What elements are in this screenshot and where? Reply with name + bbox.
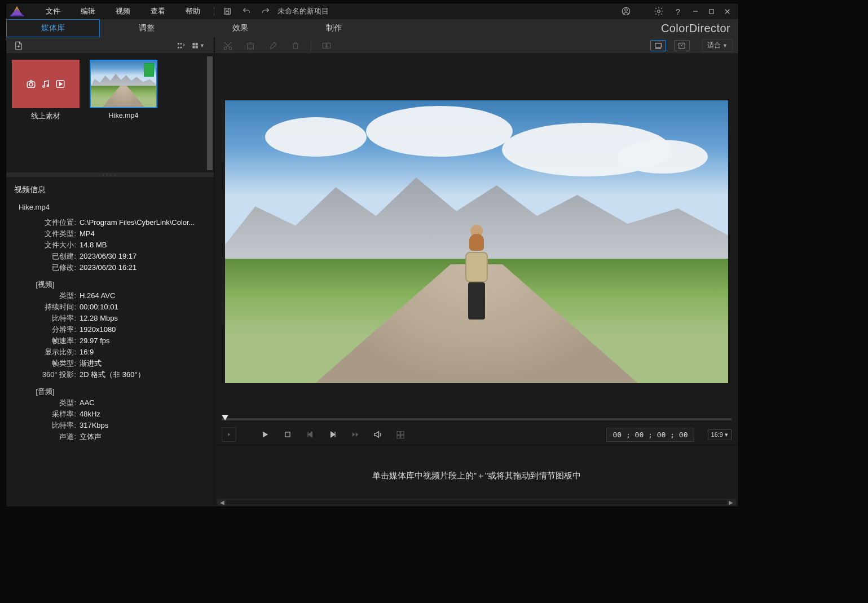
app-logo-icon [10,5,24,17]
info-row: 类型:H.264 AVC [14,290,206,302]
window-minimize-button[interactable] [688,5,703,17]
save-icon[interactable] [221,5,233,17]
compare-icon[interactable] [319,39,334,52]
playback-controls: 00 ; 00 ; 00 ; 00 16:9 ▾ [215,424,738,445]
clip-thumb [90,60,157,108]
window-close-button[interactable] [719,5,735,17]
info-label: 文件位置: [14,218,80,228]
seek-handle[interactable] [222,415,228,420]
clip-format-badge-icon [144,63,154,77]
storyboard-scrollbar[interactable]: ◀ ▶ [217,499,736,506]
svg-rect-30 [397,435,400,438]
info-label: 声道: [14,432,80,442]
svg-rect-29 [401,432,404,434]
library-item-label: Hike.mp4 [109,112,139,119]
svg-rect-12 [192,46,195,48]
info-row: 比特率:317Kbps [14,420,206,431]
timecode-display[interactable]: 00 ; 00 ; 00 ; 00 [606,428,694,442]
volume-icon[interactable] [371,427,385,442]
settings-icon[interactable] [653,5,665,17]
scroll-left-icon[interactable]: ◀ [218,499,226,506]
svg-point-17 [47,85,49,87]
library-grid[interactable]: 线上素材 Hike.mp4 [6,54,214,172]
menu-help[interactable]: 帮助 [175,6,210,16]
brush-icon[interactable] [266,39,280,52]
library-scrollbar[interactable] [207,56,213,170]
info-label: 分辨率: [14,325,80,335]
info-value: 48kHz [80,409,206,419]
svg-rect-22 [323,43,326,48]
library-item-clip[interactable]: Hike.mp4 [90,60,157,167]
account-icon[interactable] [620,5,632,17]
menu-edit[interactable]: 编辑 [71,6,105,16]
svg-rect-24 [655,43,661,47]
info-row: 采样率:48kHz [14,409,206,420]
window-maximize-button[interactable] [703,5,719,17]
menu-view[interactable]: 查看 [140,6,175,16]
info-value: 317Kbps [80,420,206,431]
info-value: 1920x1080 [80,325,206,335]
info-label: 帧速率: [14,336,80,346]
sort-icon[interactable] [174,39,188,52]
info-value: 29.97 fps [80,336,206,346]
info-filename: Hike.mp4 [14,201,206,217]
svg-rect-21 [248,44,254,48]
svg-rect-28 [397,432,400,434]
info-value: MP4 [80,229,206,239]
stop-button[interactable] [280,427,295,442]
info-label: 比特率: [14,313,80,323]
tab-effects[interactable]: 效果 [193,19,287,37]
aspect-ratio-selector[interactable]: 16:9 ▾ [708,429,732,440]
info-row: 帧速率:29.97 fps [14,335,206,347]
svg-rect-10 [192,43,195,45]
library-toolbar: ▼ [6,37,214,54]
info-row: 类型:AAC [14,397,206,409]
info-value: AAC [80,398,206,408]
info-row: 360° 投影:2D 格式（非 360°） [14,369,206,380]
info-value: 2D 格式（非 360°） [80,370,206,380]
svg-rect-8 [180,43,182,45]
tab-media-library[interactable]: 媒体库 [6,19,100,37]
cut-icon[interactable] [221,39,235,52]
info-label: 已创建: [14,251,80,261]
view-full-icon[interactable] [674,40,690,51]
redo-icon[interactable] [259,5,272,17]
seek-bar[interactable] [215,414,738,424]
delete-icon[interactable] [288,39,303,52]
play-button[interactable] [258,427,272,442]
info-label: 帧类型: [14,358,80,369]
menu-file[interactable]: 文件 [36,6,71,16]
import-media-icon[interactable] [12,39,25,52]
keyframe-icon[interactable] [243,39,258,52]
next-frame-button[interactable] [325,427,340,442]
panel-splitter[interactable] [6,172,214,177]
loop-playback-icon[interactable] [222,427,236,442]
zoom-selector[interactable]: 适合 ▼ [702,39,733,52]
menu-video[interactable]: 视频 [105,6,140,16]
camera-icon [26,79,36,89]
snapshot-icon[interactable] [393,427,408,442]
tab-produce[interactable]: 制作 [287,19,381,37]
storyboard-hint: 单击媒体库中视频片段上的"＋"或将其拖动到情节图板中 [372,471,581,481]
fast-forward-button[interactable] [348,427,363,442]
undo-icon[interactable] [240,5,253,17]
info-label: 持续时间: [14,302,80,312]
help-icon[interactable]: ? [672,5,684,17]
video-info-panel: 视频信息 Hike.mp4 文件位置:C:\Program Files\Cybe… [6,177,214,507]
preview-subject [461,225,492,321]
project-title: 未命名的新项目 [277,6,329,16]
info-value: 立体声 [80,432,206,442]
info-row: 显示比例:16:9 [14,347,206,358]
info-label: 显示比例: [14,347,80,357]
library-item-online[interactable]: 线上素材 [12,60,80,167]
view-mode-icon[interactable]: ▼ [191,39,205,52]
svg-rect-9 [180,47,182,48]
scroll-right-icon[interactable]: ▶ [727,499,735,506]
tab-adjust[interactable]: 调整 [100,19,193,37]
info-label: 360° 投影: [14,370,80,380]
info-audio-header: [音频] [14,387,80,397]
preview-viewport[interactable] [225,100,728,383]
prev-frame-button[interactable] [303,427,318,442]
view-single-icon[interactable] [650,40,666,51]
storyboard-panel[interactable]: 单击媒体库中视频片段上的"＋"或将其拖动到情节图板中 ◀ ▶ [215,445,738,507]
